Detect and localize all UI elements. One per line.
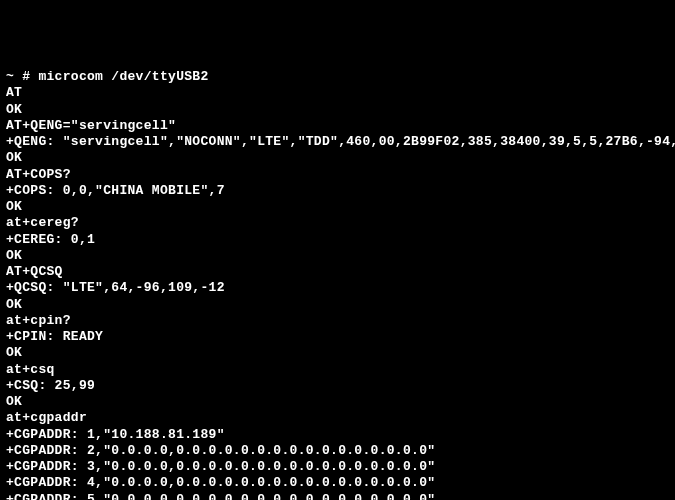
terminal-line: +CGPADDR: 5,"0.0.0.0,0.0.0.0.0.0.0.0.0.0…: [6, 492, 669, 501]
terminal-line: at+csq: [6, 362, 669, 378]
terminal-line: AT+COPS?: [6, 167, 669, 183]
terminal-line: at+cpin?: [6, 313, 669, 329]
terminal-line: at+cereg?: [6, 215, 669, 231]
terminal-line: at+cgpaddr: [6, 410, 669, 426]
terminal-line: +CPIN: READY: [6, 329, 669, 345]
terminal-line: OK: [6, 345, 669, 361]
terminal-line: +CSQ: 25,99: [6, 378, 669, 394]
terminal-line: +CGPADDR: 1,"10.188.81.189": [6, 427, 669, 443]
terminal-line: OK: [6, 248, 669, 264]
terminal-line: +CEREG: 0,1: [6, 232, 669, 248]
terminal-line: OK: [6, 297, 669, 313]
terminal-line: +QENG: "servingcell","NOCONN","LTE","TDD…: [6, 134, 669, 150]
terminal-line: +CGPADDR: 3,"0.0.0.0,0.0.0.0.0.0.0.0.0.0…: [6, 459, 669, 475]
terminal-line: OK: [6, 102, 669, 118]
terminal-line: AT+QCSQ: [6, 264, 669, 280]
terminal-line: ~ # microcom /dev/ttyUSB2: [6, 69, 669, 85]
terminal-line: +CGPADDR: 2,"0.0.0.0,0.0.0.0.0.0.0.0.0.0…: [6, 443, 669, 459]
terminal-line: +CGPADDR: 4,"0.0.0.0,0.0.0.0.0.0.0.0.0.0…: [6, 475, 669, 491]
terminal-line: AT+QENG="servingcell": [6, 118, 669, 134]
terminal-output[interactable]: ~ # microcom /dev/ttyUSB2ATOKAT+QENG="se…: [6, 69, 669, 500]
terminal-line: OK: [6, 199, 669, 215]
terminal-line: OK: [6, 150, 669, 166]
terminal-line: AT: [6, 85, 669, 101]
terminal-line: +COPS: 0,0,"CHINA MOBILE",7: [6, 183, 669, 199]
terminal-line: +QCSQ: "LTE",64,-96,109,-12: [6, 280, 669, 296]
terminal-line: OK: [6, 394, 669, 410]
